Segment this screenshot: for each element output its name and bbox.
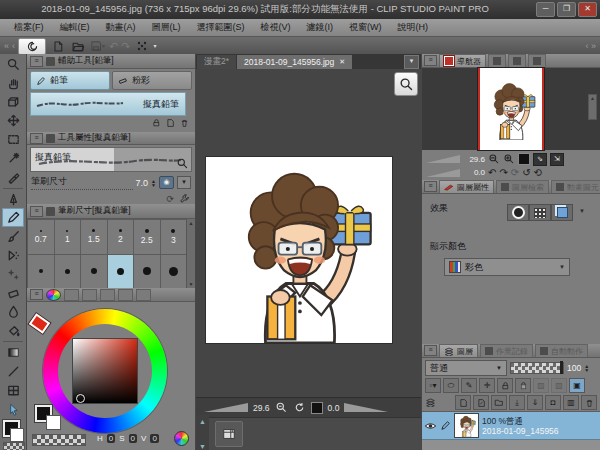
size-5[interactable] bbox=[54, 254, 82, 290]
navigator-preview-area[interactable] bbox=[422, 68, 600, 150]
effect-dropdown-arrow-icon[interactable]: ▼ bbox=[579, 208, 585, 214]
set-as-draft-icon[interactable]: ▨ bbox=[533, 378, 549, 393]
tool-move[interactable] bbox=[2, 111, 24, 130]
panel-menu-icon[interactable]: ≡ bbox=[30, 206, 43, 217]
transparent-color-swatch[interactable] bbox=[32, 434, 86, 446]
brush-size-value[interactable]: 7.0 bbox=[136, 178, 149, 188]
intermediate-color-tab[interactable] bbox=[100, 289, 115, 301]
tool-eyedropper[interactable] bbox=[2, 168, 24, 187]
navigator-rotation-slider[interactable] bbox=[426, 169, 460, 177]
tab-list-dropdown-icon[interactable]: ▼ bbox=[404, 55, 419, 69]
brush-size-dynamics-button[interactable]: ◉ bbox=[159, 176, 174, 189]
menu-help[interactable]: 說明(H) bbox=[390, 19, 437, 36]
size-1[interactable]: 1 bbox=[54, 219, 82, 255]
menu-animation[interactable]: 動畫(A) bbox=[98, 19, 144, 36]
zoom-out-icon[interactable] bbox=[275, 401, 288, 414]
lock-layer-icon[interactable] bbox=[497, 378, 513, 393]
tool-decoration[interactable] bbox=[2, 265, 24, 284]
subtool-tab-pencil[interactable]: 鉛筆 bbox=[30, 71, 110, 90]
rotate-left-icon[interactable]: ↶ bbox=[488, 168, 496, 177]
layer-search-tab[interactable]: 圖層檢索 bbox=[496, 180, 549, 193]
auto-action-tab[interactable]: 自動動作 bbox=[535, 344, 588, 357]
brush-size-stepper[interactable]: ▲▼ bbox=[151, 179, 156, 187]
menu-view[interactable]: 檢視(V) bbox=[253, 19, 299, 36]
delete-layer-icon[interactable] bbox=[581, 395, 597, 410]
size-0.7[interactable]: 0.7 bbox=[27, 219, 55, 255]
animation-cels-tab[interactable]: 動畫圖元 bbox=[551, 180, 600, 193]
panel-menu-icon[interactable]: ≡ bbox=[30, 133, 43, 144]
size-2.5[interactable]: 2.5 bbox=[133, 219, 161, 255]
menu-edit[interactable]: 編輯(E) bbox=[52, 19, 98, 36]
approximate-color-tab[interactable] bbox=[118, 289, 133, 301]
information-tab[interactable] bbox=[528, 54, 546, 67]
dock-collapse-right-icon[interactable]: ‹ » bbox=[585, 38, 596, 54]
canvas-image[interactable] bbox=[206, 157, 392, 343]
palette-dock-toggle[interactable]: ▲▼ bbox=[196, 415, 209, 450]
new-file-button[interactable] bbox=[49, 39, 66, 54]
subtool-item-real-pencil[interactable]: 擬真鉛筆 bbox=[30, 92, 186, 116]
color-set-tab[interactable] bbox=[82, 289, 97, 301]
layer-tab[interactable]: 圖層 bbox=[439, 344, 478, 357]
tool-pencil[interactable] bbox=[2, 208, 24, 227]
size-3[interactable]: 3 bbox=[160, 219, 188, 255]
save-button[interactable]: ▾ bbox=[89, 39, 106, 54]
timeline-button[interactable] bbox=[215, 421, 243, 447]
tool-eraser[interactable] bbox=[2, 284, 24, 303]
tool-pen[interactable] bbox=[2, 190, 24, 209]
reset-rotation-icon[interactable]: ⟳ bbox=[511, 168, 519, 177]
tool-hand[interactable] bbox=[2, 74, 24, 93]
size-8[interactable] bbox=[133, 254, 161, 290]
size-6[interactable] bbox=[80, 254, 108, 290]
reset-view-icon[interactable]: ↺ bbox=[522, 168, 530, 177]
zoom-out-icon[interactable] bbox=[488, 153, 500, 165]
transparent-color-swatch[interactable] bbox=[3, 442, 25, 450]
clip-studio-button[interactable] bbox=[18, 38, 46, 55]
menu-window[interactable]: 視窗(W) bbox=[341, 19, 390, 36]
undo-button[interactable]: ↶ bbox=[109, 38, 118, 54]
palette-color-dropdown[interactable]: ▫▾ bbox=[425, 378, 441, 393]
menu-layer[interactable]: 圖層(L) bbox=[144, 19, 189, 36]
hsv-mode-toggle-icon[interactable] bbox=[174, 431, 189, 446]
reset-all-icon[interactable]: ⟲ bbox=[534, 168, 542, 177]
panel-menu-icon[interactable]: ≡ bbox=[30, 56, 43, 67]
new-subtool-icon[interactable] bbox=[166, 118, 175, 128]
new-vector-layer-icon[interactable] bbox=[473, 395, 489, 410]
tone-effect-button[interactable] bbox=[529, 204, 551, 221]
magnifier-icon[interactable] bbox=[176, 157, 189, 170]
layer-color-toggle-icon[interactable]: ▣ bbox=[569, 378, 585, 393]
subview-tab[interactable] bbox=[488, 54, 506, 67]
size-1.5[interactable]: 1.5 bbox=[80, 219, 108, 255]
background-color-swatch[interactable] bbox=[10, 428, 24, 442]
layer-row-selected[interactable]: 100 %普通 2018-01-09_145956 bbox=[422, 412, 600, 440]
create-layer-mask-icon[interactable]: ◘ bbox=[545, 395, 561, 410]
rotation-slider[interactable] bbox=[344, 403, 388, 412]
size-4[interactable] bbox=[27, 254, 55, 290]
navigator-zoom-slider[interactable] bbox=[426, 155, 460, 163]
dock-grip-icon[interactable]: ‹ bbox=[12, 38, 15, 54]
saturation-value-square[interactable] bbox=[73, 339, 137, 403]
color-slider-tab[interactable] bbox=[64, 289, 79, 301]
size-2[interactable]: 2 bbox=[107, 219, 135, 255]
rotate-reset-icon[interactable] bbox=[293, 401, 306, 414]
layer-property-tab[interactable]: 圖層屬性 bbox=[439, 180, 494, 193]
sv-selector[interactable] bbox=[76, 394, 85, 403]
visibility-eye-icon[interactable] bbox=[424, 421, 437, 431]
item-bank-tab[interactable] bbox=[508, 54, 526, 67]
transfer-down-icon[interactable]: ⤓ bbox=[509, 395, 525, 410]
layer-color-button[interactable] bbox=[551, 204, 573, 221]
wrench-icon[interactable] bbox=[179, 193, 190, 204]
size-7-selected[interactable] bbox=[107, 254, 135, 290]
dock-collapse-left-icon[interactable]: « bbox=[4, 38, 9, 54]
navigator-tab[interactable]: 導航器 bbox=[439, 54, 486, 67]
menu-file[interactable]: 檔案(F) bbox=[6, 19, 52, 36]
canvas-viewport[interactable] bbox=[196, 69, 421, 397]
blend-mode-dropdown[interactable]: 普通 ▼ bbox=[425, 360, 507, 376]
size-9[interactable] bbox=[160, 254, 188, 290]
tool-operation[interactable] bbox=[2, 400, 24, 419]
opacity-slider[interactable] bbox=[510, 362, 564, 374]
panel-menu-icon[interactable]: ≡ bbox=[424, 55, 437, 66]
snap-settings-button[interactable] bbox=[133, 39, 150, 54]
border-effect-button[interactable] bbox=[507, 204, 529, 221]
minimize-button[interactable]: ─ bbox=[536, 2, 555, 17]
toolbar-dropdown-arrow-icon[interactable]: ▾ bbox=[153, 44, 156, 49]
